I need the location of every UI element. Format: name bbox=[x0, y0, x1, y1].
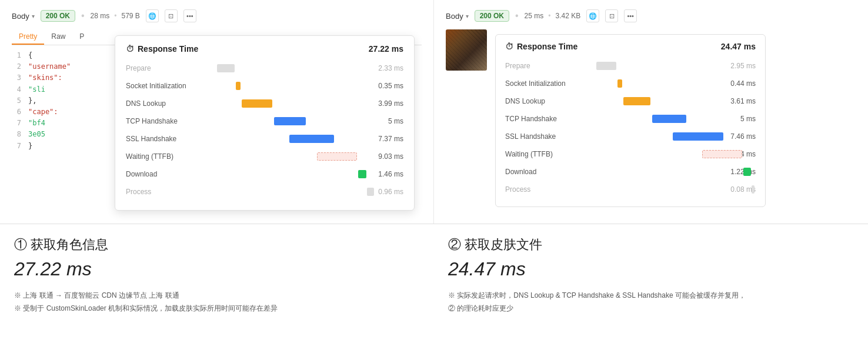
tab-pretty[interactable]: Pretty bbox=[12, 29, 44, 45]
left-status-ok: 200 OK bbox=[41, 10, 75, 22]
left-footnotes: ※ 上海 联通 → 百度智能云 CDN 边缘节点 上海 联通 ※ 受制于 Cus… bbox=[14, 289, 420, 315]
rt-label-dns: DNS Lookup bbox=[126, 99, 217, 108]
rt-value-socket: 0.35 ms bbox=[362, 82, 403, 90]
rt-bar-ttfb-r bbox=[702, 150, 742, 158]
rt-bar-prepare bbox=[217, 64, 235, 72]
right-footnotes: ※ 实际发起请求时，DNS Lookup & TCP Handshake & S… bbox=[448, 289, 854, 315]
rt-row-ttfb-r: Waiting (TTFB) 7.04 ms bbox=[505, 146, 756, 162]
rt-bar-area-tcp bbox=[217, 115, 362, 128]
globe-icon-right[interactable]: 🌐 bbox=[586, 9, 599, 22]
chevron-down-icon-right: ▾ bbox=[466, 13, 469, 19]
right-rt-title: ⏱ Response Time bbox=[505, 42, 577, 51]
rt-row-download: Download 1.46 ms bbox=[126, 166, 403, 182]
left-caption-ms: 27.22 ms bbox=[14, 258, 420, 280]
rt-label-download: Download bbox=[126, 170, 217, 178]
rt-bar-prepare-r bbox=[596, 62, 616, 70]
right-caption: ② 获取皮肤文件 24.47 ms ※ 实际发起请求时，DNS Lookup &… bbox=[434, 224, 868, 324]
right-body-label: Body ▾ bbox=[446, 12, 469, 21]
rt-bar-area-dns bbox=[217, 97, 362, 110]
more-icon-right[interactable]: ••• bbox=[624, 9, 637, 22]
right-rt-total: 24.47 ms bbox=[721, 42, 756, 51]
rt-row-ssl: SSL Handshake 7.37 ms bbox=[126, 131, 403, 146]
left-rt-total: 27.22 ms bbox=[369, 44, 403, 54]
rt-row-dns: DNS Lookup 3.99 ms bbox=[126, 96, 403, 111]
left-caption: ① 获取角色信息 27.22 ms ※ 上海 联通 → 百度智能云 CDN 边缘… bbox=[0, 224, 434, 324]
rt-row-process-r: Process 0.08 ms bbox=[505, 182, 756, 197]
rt-row-prepare: Prepare 2.33 ms bbox=[126, 61, 403, 76]
rt-label-prepare: Prepare bbox=[126, 64, 217, 72]
rt-bar-socket-r bbox=[617, 79, 622, 88]
rt-bar-area-prepare bbox=[217, 62, 362, 75]
rt-bar-area-ttfb bbox=[217, 150, 362, 163]
rt-row-download-r: Download 1.22 ms bbox=[505, 164, 756, 179]
skin-thumbnail bbox=[446, 29, 487, 71]
rt-bar-area-process bbox=[217, 185, 362, 198]
right-status-meta: 25 ms • 3.42 KB bbox=[525, 12, 581, 20]
rt-row-ssl-r: SSL Handshake 7.46 ms bbox=[505, 129, 756, 144]
rt-row-prepare-r: Prepare 2.95 ms bbox=[505, 58, 756, 74]
rt-bar-tcp-r bbox=[652, 115, 686, 123]
rt-bar-socket bbox=[236, 82, 241, 90]
clock-icon: ⏱ bbox=[126, 44, 134, 54]
rt-value-tcp: 5 ms bbox=[362, 117, 403, 125]
rt-bar-process-r bbox=[752, 185, 755, 194]
rt-value-ttfb: 9.03 ms bbox=[362, 152, 403, 161]
rt-bar-ttfb bbox=[317, 152, 357, 161]
rt-row-socket-r: Socket Initialization 0.44 ms bbox=[505, 76, 756, 91]
code-icon[interactable]: ⊡ bbox=[165, 9, 178, 22]
rt-bar-ssl bbox=[289, 135, 334, 143]
rt-label-process: Process bbox=[126, 188, 217, 196]
clock-icon-right: ⏱ bbox=[505, 42, 513, 51]
right-response-popup: ⏱ Response Time 24.47 ms Prepare 2.95 ms bbox=[495, 34, 766, 207]
rt-bar-area-ssl bbox=[217, 132, 362, 145]
rt-bar-dns-r bbox=[623, 97, 650, 105]
rt-row-process: Process 0.96 ms bbox=[126, 184, 403, 199]
left-caption-title: ① 获取角色信息 bbox=[14, 236, 420, 254]
rt-row-socket: Socket Initialization 0.35 ms bbox=[126, 78, 403, 94]
right-status-bar: Body ▾ 200 OK • 25 ms • 3.42 KB 🌐 ⊡ ••• bbox=[446, 9, 856, 22]
rt-label-socket: Socket Initialization bbox=[126, 82, 217, 90]
right-panel: Body ▾ 200 OK • 25 ms • 3.42 KB 🌐 ⊡ ••• bbox=[434, 0, 868, 224]
left-body-label: Body ▾ bbox=[12, 12, 35, 21]
rt-row-tcp-r: TCP Handshake 5 ms bbox=[505, 111, 756, 126]
bottom-section: ① 获取角色信息 27.22 ms ※ 上海 联通 → 百度智能云 CDN 边缘… bbox=[0, 224, 868, 324]
rt-value-download: 1.46 ms bbox=[362, 170, 403, 178]
more-icon[interactable]: ••• bbox=[183, 9, 196, 22]
rt-value-ssl: 7.37 ms bbox=[362, 135, 403, 143]
panels-row: Body ▾ 200 OK • 28 ms • 579 B 🌐 ⊡ ••• Pr… bbox=[0, 0, 868, 224]
rt-bar-tcp bbox=[274, 117, 306, 125]
rt-row-ttfb: Waiting (TTFB) 9.03 ms bbox=[126, 149, 403, 164]
left-status-bar: Body ▾ 200 OK • 28 ms • 579 B 🌐 ⊡ ••• bbox=[12, 9, 422, 22]
tab-raw[interactable]: Raw bbox=[44, 29, 72, 45]
rt-bar-dns bbox=[242, 99, 272, 108]
right-panel-inner: ⏱ Response Time 24.47 ms Prepare 2.95 ms bbox=[446, 29, 856, 207]
code-icon-right[interactable]: ⊡ bbox=[605, 9, 618, 22]
rt-row-dns-r: DNS Lookup 3.61 ms bbox=[505, 94, 756, 109]
left-status-meta: 28 ms • 579 B bbox=[91, 12, 140, 20]
tab-preview[interactable]: P bbox=[72, 29, 91, 45]
rt-label-ttfb: Waiting (TTFB) bbox=[126, 152, 217, 161]
rt-value-prepare: 2.33 ms bbox=[362, 64, 403, 72]
left-panel: Body ▾ 200 OK • 28 ms • 579 B 🌐 ⊡ ••• Pr… bbox=[0, 0, 434, 224]
right-caption-title: ② 获取皮肤文件 bbox=[448, 236, 854, 254]
left-rt-title: ⏱ Response Time bbox=[126, 44, 198, 54]
right-rt-header: ⏱ Response Time 24.47 ms bbox=[505, 42, 756, 51]
right-status-ok: 200 OK bbox=[475, 10, 509, 22]
rt-value-dns: 3.99 ms bbox=[362, 99, 403, 108]
rt-bar-download-r bbox=[743, 168, 751, 176]
rt-bar-area-socket bbox=[217, 79, 362, 92]
rt-bar-ssl-r bbox=[673, 132, 723, 141]
main-container: Body ▾ 200 OK • 28 ms • 579 B 🌐 ⊡ ••• Pr… bbox=[0, 0, 868, 324]
left-response-popup: ⏱ Response Time 27.22 ms Prepare 2.33 ms… bbox=[115, 35, 415, 211]
rt-row-tcp: TCP Handshake 5 ms bbox=[126, 114, 403, 129]
rt-bar-process bbox=[367, 188, 374, 196]
rt-bar-download bbox=[358, 170, 366, 178]
rt-bar-area-download bbox=[217, 168, 362, 181]
globe-icon[interactable]: 🌐 bbox=[146, 9, 159, 22]
chevron-down-icon: ▾ bbox=[32, 13, 35, 19]
right-caption-ms: 24.47 ms bbox=[448, 258, 854, 280]
rt-label-tcp: TCP Handshake bbox=[126, 117, 217, 125]
left-rt-header: ⏱ Response Time 27.22 ms bbox=[126, 44, 403, 54]
rt-label-ssl: SSL Handshake bbox=[126, 135, 217, 143]
